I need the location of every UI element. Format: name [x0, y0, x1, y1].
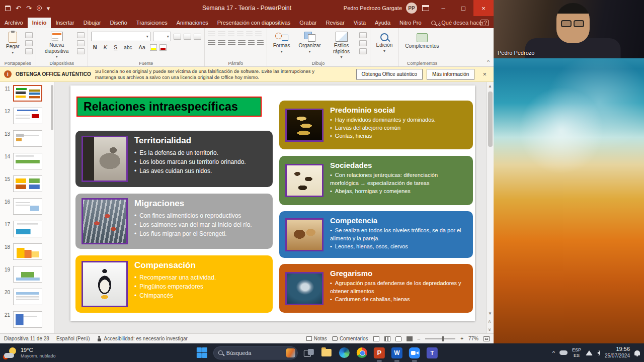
notification-bell-icon[interactable]	[634, 350, 640, 355]
more-info-button[interactable]: Más información	[427, 69, 474, 80]
zoom-slider[interactable]	[425, 338, 455, 339]
account-avatar[interactable]: PP	[406, 3, 417, 14]
slide-thumbnail-15[interactable]	[13, 175, 42, 192]
font-color-button[interactable]	[159, 44, 167, 51]
line-spacing-button[interactable]	[246, 32, 253, 38]
card-competencia[interactable]: Competencia Se realiza en todos los nive…	[279, 211, 473, 258]
grow-font-button[interactable]	[174, 34, 181, 40]
fit-slide-to-window-button[interactable]	[484, 336, 490, 341]
columns-button[interactable]	[248, 40, 255, 46]
slide-thumbnail-20[interactable]	[13, 289, 42, 305]
file-explorer-button[interactable]	[320, 346, 333, 359]
start-button[interactable]	[196, 346, 209, 359]
text-direction-button[interactable]	[255, 32, 262, 38]
task-view-button[interactable]	[302, 346, 315, 359]
card-migraciones[interactable]: Migraciones Con fines alimenticios o rep…	[75, 194, 273, 249]
tab-ayuda[interactable]: Ayuda	[370, 18, 395, 28]
slide-thumbnail-12[interactable]	[13, 108, 42, 124]
normal-view-button[interactable]	[373, 336, 379, 341]
edge-button[interactable]	[338, 346, 351, 359]
zoom-out-button[interactable]: –	[418, 336, 421, 341]
tab-vista[interactable]: Vista	[349, 18, 370, 28]
tab-presentacion[interactable]: Presentación con diapositivas	[213, 18, 295, 28]
shape-effects-button[interactable]	[359, 48, 367, 54]
arrange-button[interactable]: Organizar ▾	[296, 30, 324, 55]
reset-slide-button[interactable]	[77, 40, 85, 46]
tab-diseno[interactable]: Diseño	[106, 18, 132, 28]
scrollbar-thumb[interactable]	[488, 92, 493, 147]
tab-grabar[interactable]: Grabar	[295, 18, 321, 28]
word-button[interactable]: W	[390, 346, 404, 359]
save-icon[interactable]	[5, 6, 11, 11]
maximize-button[interactable]: □	[453, 0, 473, 16]
shapes-button[interactable]: Formas ▾	[270, 30, 293, 55]
slide-sorter-view-button[interactable]	[384, 336, 390, 341]
strikethrough-button[interactable]: abc	[122, 44, 134, 51]
scroll-up-icon[interactable]: ▲	[487, 82, 494, 90]
network-icon[interactable]	[586, 350, 593, 355]
clock[interactable]: 19:56 25/07/2024	[605, 346, 630, 359]
previous-slide-button[interactable]: «	[487, 317, 494, 325]
close-button[interactable]: ×	[473, 0, 494, 16]
font-name-combobox[interactable]: ▾	[91, 32, 150, 41]
onedrive-icon[interactable]	[559, 350, 568, 355]
decrease-indent-button[interactable]	[228, 32, 234, 38]
slide-thumbnail-16[interactable]	[13, 198, 42, 215]
card-predominio-social[interactable]: Predominio social Hay individuos dominan…	[279, 101, 473, 149]
change-case-button[interactable]: Aa	[136, 44, 147, 51]
quick-styles-button[interactable]: Estilos rápidos ▾	[327, 30, 357, 61]
shrink-font-button[interactable]	[184, 34, 191, 40]
addins-button[interactable]: Complementos	[402, 30, 442, 51]
align-right-button[interactable]	[228, 40, 235, 46]
slideshow-view-button[interactable]	[407, 336, 413, 341]
format-painter-button[interactable]	[25, 48, 33, 54]
record-icon[interactable]	[37, 6, 42, 11]
next-slide-button[interactable]: »	[487, 325, 494, 333]
card-gregarismo[interactable]: Gregarismo Agrupación para defenderse de…	[279, 264, 473, 313]
scroll-down-icon[interactable]: ▼	[487, 309, 494, 317]
weather-widget[interactable]: 1 19°C Mayorm. nublado	[4, 347, 56, 359]
language-indicator[interactable]: ESP ES	[572, 347, 581, 358]
tab-nitro-pro[interactable]: Nitro Pro	[395, 18, 426, 28]
font-size-combobox[interactable]: ▾	[153, 32, 171, 41]
teams-button[interactable]: T	[426, 346, 439, 359]
slide-layout-button[interactable]	[77, 32, 85, 38]
numbering-button[interactable]	[218, 32, 225, 38]
zoom-in-button[interactable]: +	[460, 336, 463, 341]
tell-me-search[interactable]: ¿Qué desea hacer?	[431, 20, 487, 28]
zoom-slider-knob[interactable]	[442, 336, 444, 341]
copy-button[interactable]	[25, 40, 33, 46]
shape-fill-button[interactable]	[359, 32, 367, 38]
zoom-level[interactable]: 77%	[468, 336, 478, 341]
slide-thumbnail-14[interactable]	[13, 153, 42, 169]
cut-button[interactable]	[25, 32, 33, 38]
zoom-app-button[interactable]	[408, 346, 421, 359]
slide-thumbnail-17[interactable]	[13, 221, 42, 237]
collapse-ribbon-icon[interactable]: ^	[487, 59, 490, 65]
account-name[interactable]: Pedro Pedrozo Gargate	[344, 5, 402, 11]
comments-toggle[interactable]: Comentarios	[332, 336, 368, 341]
bullets-button[interactable]	[208, 32, 215, 38]
tab-transiciones[interactable]: Transiciones	[132, 18, 172, 28]
slide-thumbnail-13[interactable]	[13, 130, 42, 147]
tab-dibujar[interactable]: Dibujar	[79, 18, 106, 28]
redo-icon[interactable]: ↷	[26, 5, 32, 12]
slide-thumbnail-18[interactable]	[13, 243, 42, 260]
paste-button[interactable]: Pegar ▾	[3, 30, 23, 56]
smartart-convert-button[interactable]	[257, 40, 264, 46]
clear-formatting-button[interactable]	[194, 34, 201, 40]
justify-button[interactable]	[238, 40, 246, 46]
tab-archivo[interactable]: Archivo	[0, 18, 28, 28]
shape-outline-button[interactable]	[359, 40, 367, 46]
slide-title-box[interactable]: Relaciones intraespecíficas	[76, 97, 262, 117]
align-center-button[interactable]	[218, 40, 225, 46]
align-left-button[interactable]	[208, 40, 215, 46]
get-genuine-office-button[interactable]: Obtenga Office auténtico	[356, 69, 423, 80]
tab-animaciones[interactable]: Animaciones	[172, 18, 213, 28]
chrome-button[interactable]	[355, 346, 368, 359]
accessibility-checker[interactable]: Accesibilidad: es necesario investigar	[97, 336, 188, 341]
thumbnail-scrollbar[interactable]	[51, 85, 53, 130]
comments-panel-icon[interactable]	[480, 20, 489, 26]
editing-button[interactable]: Edición ▾	[373, 30, 396, 55]
tray-expand-icon[interactable]: ^	[552, 350, 555, 356]
